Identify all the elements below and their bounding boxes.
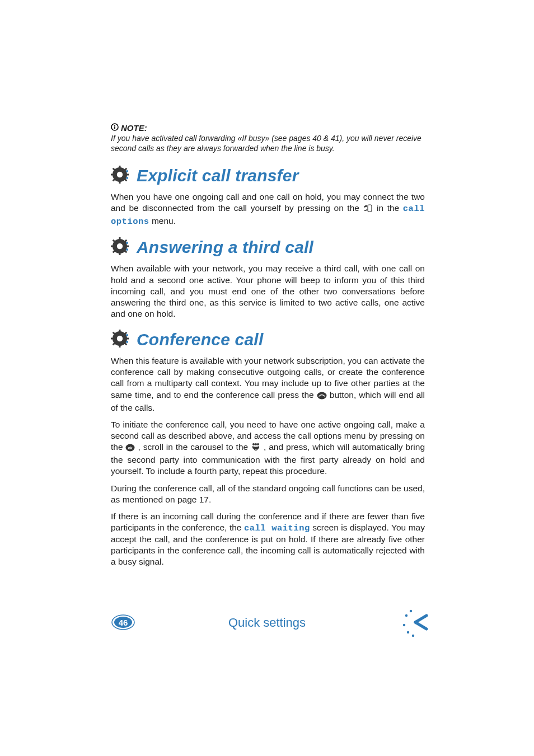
info-icon: [111, 123, 119, 133]
svg-point-51: [412, 635, 414, 637]
para-conference-3: During the conference call, all of the s…: [111, 483, 425, 505]
svg-rect-15: [368, 205, 372, 212]
svg-rect-32: [111, 338, 114, 340]
svg-rect-8: [126, 174, 129, 176]
end-button-icon: [317, 391, 327, 402]
heading-conference-call: Conference call: [111, 330, 425, 350]
svg-point-27: [126, 248, 128, 251]
svg-rect-20: [111, 246, 114, 247]
gear-icon: [111, 237, 129, 257]
svg-rect-19: [119, 252, 121, 255]
para-conference-1: When this feature is available with your…: [111, 355, 425, 414]
svg-rect-5: [119, 166, 121, 168]
gear-icon: [111, 166, 129, 186]
svg-point-29: [117, 336, 123, 341]
para-answering: When available with your network, you ma…: [111, 263, 425, 320]
gear-icon: [111, 330, 129, 350]
svg-rect-2: [114, 126, 115, 129]
svg-point-13: [126, 170, 128, 172]
svg-text:ok: ok: [128, 446, 133, 450]
heading-text: Conference call: [137, 330, 263, 349]
conference-icon: [251, 443, 261, 454]
footer-section-title: Quick settings: [0, 616, 534, 630]
svg-point-39: [126, 341, 128, 343]
para-conference-2: To initiate the conference call, you nee…: [111, 419, 425, 477]
svg-point-38: [126, 334, 128, 336]
mono-call-waiting: call waiting: [244, 523, 310, 533]
heading-text: Answering a third call: [137, 238, 313, 257]
svg-point-53: [415, 621, 419, 624]
ok-button-icon: ok: [125, 443, 135, 454]
footer: Quick settings: [0, 616, 534, 630]
svg-rect-33: [126, 338, 129, 340]
svg-point-49: [410, 610, 412, 612]
svg-point-40: [317, 392, 326, 399]
svg-point-26: [126, 242, 128, 244]
svg-rect-18: [119, 237, 121, 240]
svg-point-45: [257, 443, 259, 445]
svg-point-43: [252, 443, 255, 445]
note-text: If you have activated call forwarding «I…: [111, 134, 425, 153]
svg-rect-6: [119, 181, 121, 184]
svg-point-17: [117, 243, 123, 249]
svg-point-14: [126, 177, 128, 179]
svg-rect-7: [111, 174, 114, 176]
heading-explicit-call-transfer: Explicit call transfer: [111, 166, 425, 186]
page: NOTE: If you have activated call forward…: [0, 0, 534, 756]
svg-point-52: [403, 624, 405, 626]
svg-rect-1: [114, 125, 115, 126]
svg-rect-21: [126, 246, 129, 247]
svg-point-50: [407, 631, 409, 633]
svg-point-44: [255, 443, 257, 445]
footer-decoration-icon: [400, 605, 433, 641]
heading-text: Explicit call transfer: [137, 166, 299, 185]
svg-point-48: [405, 614, 407, 617]
para-conference-4: If there is an incoming call during the …: [111, 511, 425, 568]
para-explicit: When you have one ongoing call and one c…: [111, 191, 425, 227]
heading-answering-third-call: Answering a third call: [111, 237, 425, 257]
svg-rect-30: [119, 330, 121, 332]
note-label-row: NOTE:: [111, 123, 425, 133]
svg-rect-31: [119, 345, 121, 348]
note-label: NOTE:: [121, 123, 147, 133]
svg-point-4: [117, 172, 123, 177]
transfer-icon: [363, 204, 373, 215]
